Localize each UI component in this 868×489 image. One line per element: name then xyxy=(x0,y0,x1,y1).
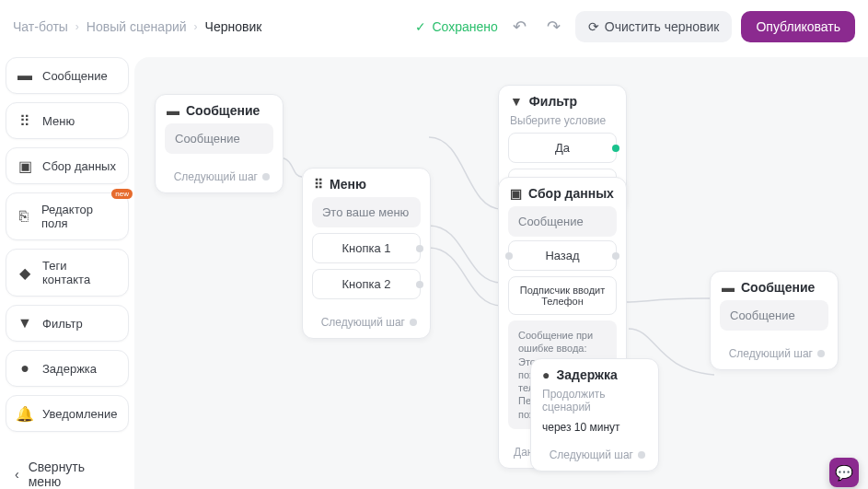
clock-icon: ● xyxy=(17,360,33,377)
tag-icon: ◆ xyxy=(17,264,33,281)
saved-label: Сохранено xyxy=(432,19,497,34)
node-title: Меню xyxy=(330,177,366,192)
sidebar-item-label: Задержка xyxy=(42,362,97,376)
sidebar-item-filter[interactable]: ▼Фильтр xyxy=(6,305,129,342)
menu-button-2[interactable]: Кнопка 2 xyxy=(312,269,421,299)
sidebar-item-label: Сообщение xyxy=(42,69,108,83)
sidebar-item-delay[interactable]: ●Задержка xyxy=(6,350,129,387)
breadcrumb-mid[interactable]: Новый сценарий xyxy=(87,19,187,34)
grid-icon: ⠿ xyxy=(17,112,33,129)
check-icon: ✓ xyxy=(415,19,426,34)
chevron-right-icon: › xyxy=(75,20,79,33)
node-title: Сбор данных xyxy=(528,186,614,201)
chevron-left-icon: ‹ xyxy=(15,467,19,482)
node-message-2[interactable]: ▬Сообщение Сообщение Следующий шаг xyxy=(710,271,839,370)
input-prompt: Подписчик вводит Телефон xyxy=(508,276,617,315)
node-title: Фильтр xyxy=(529,94,577,109)
message-icon: ▬ xyxy=(722,280,735,295)
redo-button[interactable]: ↷ xyxy=(541,13,566,41)
clear-label: Очистить черновик xyxy=(605,19,720,34)
chevron-right-icon: › xyxy=(194,20,198,33)
node-delay[interactable]: ●Задержка Продолжить сценарий через 10 м… xyxy=(530,358,659,472)
breadcrumb-root[interactable]: Чат-боты xyxy=(13,19,68,34)
sidebar-item-message[interactable]: ▬Сообщение xyxy=(6,57,129,94)
node-content: Это ваше меню xyxy=(312,197,421,227)
menu-button-1[interactable]: Кнопка 1 xyxy=(312,233,421,263)
sidebar-item-notification[interactable]: 🔔Уведомление xyxy=(6,395,129,432)
node-menu[interactable]: ⠿Меню Это ваше меню Кнопка 1 Кнопка 2 Сл… xyxy=(302,168,431,339)
node-subtitle: Продолжить сценарий xyxy=(531,388,658,419)
breadcrumb: Чат-боты › Новый сценарий › Черновик xyxy=(13,19,261,34)
back-button[interactable]: Назад xyxy=(508,240,617,271)
node-next[interactable]: Следующий шаг xyxy=(303,312,430,338)
sidebar-item-label: Теги контакта xyxy=(42,259,118,286)
funnel-icon: ▼ xyxy=(17,315,33,332)
grid-icon: ⠿ xyxy=(314,177,323,192)
new-badge: new xyxy=(111,189,133,199)
funnel-icon: ▼ xyxy=(510,94,523,109)
publish-button[interactable]: Опубликовать xyxy=(741,11,855,42)
data-icon: ▣ xyxy=(510,186,522,201)
sidebar-item-label: Уведомление xyxy=(42,407,117,421)
top-bar: Чат-боты › Новый сценарий › Черновик ✓ С… xyxy=(0,0,868,57)
node-next[interactable]: Следующий шаг xyxy=(711,343,838,369)
flow-canvas[interactable]: ▬Сообщение Сообщение Следующий шаг ⠿Меню… xyxy=(134,57,868,489)
node-content: Сообщение xyxy=(165,123,273,154)
node-next[interactable]: Следующий шаг xyxy=(156,167,283,192)
node-message-1[interactable]: ▬Сообщение Сообщение Следующий шаг xyxy=(155,94,284,193)
sidebar-item-tags[interactable]: ◆Теги контакта xyxy=(6,249,129,297)
collapse-label: Свернуть меню xyxy=(29,460,120,489)
saved-status: ✓ Сохранено xyxy=(415,19,497,34)
collapse-menu-button[interactable]: ‹ Свернуть меню xyxy=(6,452,129,489)
node-title: Задержка xyxy=(556,367,617,382)
chat-icon: 💬 xyxy=(835,464,853,482)
sidebar-item-label: Фильтр xyxy=(42,317,83,331)
sidebar-item-label: Сбор данных xyxy=(42,159,116,173)
chat-fab[interactable]: 💬 xyxy=(829,458,859,487)
node-title: Сообщение xyxy=(186,103,260,118)
node-content: Сообщение xyxy=(720,300,828,331)
delay-value: через 10 минут xyxy=(540,419,649,437)
sidebar: ▬Сообщение ⠿Меню ▣Сбор данных ⎘Редактор … xyxy=(0,57,134,489)
node-subtitle: Выберите условие xyxy=(499,114,626,133)
edit-icon: ⎘ xyxy=(17,208,32,225)
bell-icon: 🔔 xyxy=(17,405,33,422)
breadcrumb-current: Черновик xyxy=(205,19,262,34)
node-title: Сообщение xyxy=(741,280,815,295)
node-content: Сообщение xyxy=(508,206,617,237)
node-next[interactable]: Следующий шаг xyxy=(531,445,658,471)
message-icon: ▬ xyxy=(167,103,179,118)
clock-icon: ● xyxy=(542,367,550,382)
filter-yes[interactable]: Да xyxy=(508,133,617,163)
clear-draft-button[interactable]: ⟳ Очистить черновик xyxy=(575,11,733,42)
sidebar-item-label: Меню xyxy=(42,114,75,128)
undo-button[interactable]: ↶ xyxy=(507,13,532,41)
message-icon: ▬ xyxy=(17,67,33,84)
data-icon: ▣ xyxy=(17,157,33,174)
sidebar-item-collect[interactable]: ▣Сбор данных xyxy=(6,147,129,184)
sidebar-item-menu[interactable]: ⠿Меню xyxy=(6,102,129,139)
refresh-icon: ⟳ xyxy=(588,19,599,34)
sidebar-item-field-editor[interactable]: ⎘Редактор поляnew xyxy=(6,192,129,240)
sidebar-item-label: Редактор поля xyxy=(41,203,118,230)
